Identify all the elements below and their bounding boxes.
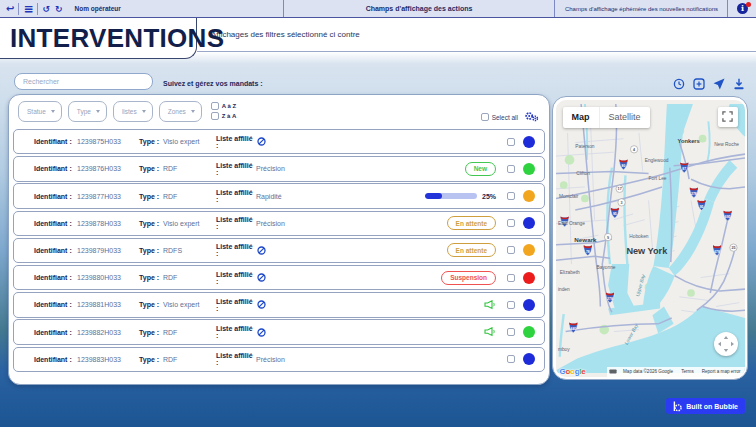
type-label: Type : [139,165,163,172]
divider [18,3,19,15]
type-value: RDF [163,193,216,200]
status-circle[interactable] [523,163,535,175]
row-checkbox[interactable] [507,301,515,309]
send-icon[interactable] [713,78,725,90]
sort-checkbox[interactable] [211,112,219,120]
row-checkbox[interactable] [507,138,515,146]
id-value: 1239877H033 [77,193,139,200]
interventions-list: Identifiant : 1239875H033 Type : Visio e… [9,128,549,375]
intervention-row[interactable]: Identifiant : 1239879H033 Type : RDFS Li… [13,238,545,263]
row-checkbox[interactable] [507,192,515,200]
select-all-checkbox[interactable] [481,113,489,121]
back-icon[interactable]: ↩ [6,0,14,18]
row-checkbox[interactable] [507,274,515,282]
id-label: Identifiant : [34,329,77,336]
status-circle[interactable] [523,244,535,256]
status-circle[interactable] [523,217,535,229]
redo-icon[interactable]: ↻ [55,0,63,18]
filter-dropdown-type[interactable]: Type [68,101,107,122]
type-label: Type : [139,356,163,363]
id-label: Identifiant : [34,301,77,308]
status-badge: New [465,162,496,176]
download-icon[interactable] [733,78,745,90]
pan-control[interactable] [714,332,738,356]
map-canvas[interactable]: 4 80 87 17 3 95 280 278 95 695 9 78 678 … [556,100,745,377]
status-circle[interactable] [523,353,535,365]
intervention-row[interactable]: Identifiant : 1239876H033 Type : RDF Lis… [13,156,545,181]
intervention-row[interactable]: Identifiant : 1239877H033 Type : RDF Lis… [13,183,545,208]
sort-option[interactable]: A à Z [211,102,236,110]
row-checkbox[interactable] [507,219,515,227]
row-extra: En attente [447,243,496,257]
sort-checkbox[interactable] [211,102,219,110]
id-value: 1239879H033 [77,247,139,254]
filter-dropdown-statue[interactable]: Statue [18,101,62,122]
type-value: Visio expert [163,301,216,308]
row-checkbox[interactable] [507,165,515,173]
header-subtitle-bar: Affichages des filtres sélectionné ci co… [197,18,756,52]
list-label: Liste affilié : [216,216,256,230]
toolbar-icons [673,78,745,90]
chevron-down-icon [142,110,146,113]
status-circle[interactable] [523,190,535,202]
gears-icon[interactable] [524,111,539,123]
svg-text:9: 9 [607,235,609,239]
notifications-display-title: Champs d'affichage éphémère des nouvelle… [556,0,728,17]
header-title-box: INTERVENTIONS [0,18,197,59]
select-all[interactable]: Select all [481,113,518,121]
intervention-row[interactable]: Identifiant : 1239878H033 Type : Visio e… [13,211,545,236]
filter-dropdown-listes[interactable]: listes [113,101,153,122]
dropdown-label: Zones [168,108,186,115]
menu-icon[interactable]: ≡ [23,0,33,18]
intervention-row[interactable]: Identifiant : 1239881H033 Type : Visio e… [13,292,545,317]
type-label: Type : [139,193,163,200]
status-circle[interactable] [523,272,535,284]
row-checkbox[interactable] [507,328,515,336]
row-checkbox[interactable] [507,355,515,363]
undo-icon[interactable]: ↺ [42,0,50,18]
type-value: RDF [163,274,216,281]
svg-text:695: 695 [724,215,730,219]
map-tab[interactable]: Map [563,107,599,128]
svg-text:278: 278 [607,297,613,301]
add-box-icon[interactable] [693,78,705,90]
id-label: Identifiant : [34,193,77,200]
dropdown-label: listes [122,108,137,115]
list-label: Liste affilié : [216,189,256,203]
intervention-row[interactable]: Identifiant : 1239883H033 Type : RDF Lis… [13,347,545,372]
info-button[interactable]: i [737,2,751,16]
google-logo: Google [560,367,586,376]
clock-icon[interactable] [673,78,685,90]
blocked-icon [257,273,266,282]
row-extra [484,300,496,310]
status-circle[interactable] [523,326,535,338]
id-label: Identifiant : [34,356,77,363]
filter-dropdown-zones[interactable]: Zones [159,101,202,122]
type-value: RDF [163,356,216,363]
keyboard-icon[interactable] [609,369,617,374]
satellite-tab[interactable]: Satellite [599,107,650,128]
intervention-row[interactable]: Identifiant : 1239882H033 Type : RDF Lis… [13,319,545,344]
sort-option[interactable]: Z à A [211,112,236,120]
svg-text:278: 278 [690,192,696,196]
list-label: Liste affilié : [216,298,256,312]
built-on-bubble-badge[interactable]: Built on Bubble [666,398,745,414]
map-place-label: Paterson [575,144,595,149]
row-checkbox[interactable] [507,246,515,254]
id-label: Identifiant : [34,247,77,254]
intervention-row[interactable]: Identifiant : 1239880H033 Type : RDF Lis… [13,265,545,290]
map-place-label: New York [626,246,668,256]
terms-link[interactable]: Terms [677,369,698,374]
intervention-row[interactable]: Identifiant : 1239875H033 Type : Visio e… [13,129,545,154]
status-badge: En attente [447,216,496,230]
route-shield: 4 [630,145,637,152]
svg-text:87: 87 [682,166,686,170]
report-map-error-link[interactable]: Report a map error [698,369,745,374]
status-circle[interactable] [523,299,535,311]
progress-group: 25% [425,193,496,200]
search-input[interactable] [14,73,153,90]
type-label: Type : [139,301,163,308]
fullscreen-icon [722,111,733,122]
fullscreen-button[interactable] [718,107,738,127]
status-circle[interactable] [523,136,535,148]
